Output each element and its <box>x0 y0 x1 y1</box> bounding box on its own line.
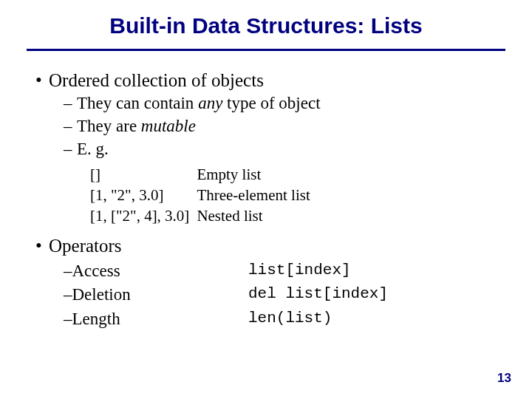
page-number: 13 <box>497 371 511 386</box>
bullet-dot-icon: • <box>35 234 49 257</box>
example-desc: Nested list <box>197 206 317 227</box>
dash-icon: – <box>64 93 77 115</box>
example-desc: Three-element list <box>197 185 317 206</box>
op-code: len(list) <box>248 307 510 332</box>
sub-mutable-pre: They are <box>77 117 141 135</box>
op-label: –Access <box>64 259 248 284</box>
sub-contain-post: type of object <box>222 94 320 112</box>
sub-contain: –They can contain any type of object <box>64 93 510 115</box>
operators-block: –Access list[index] –Deletion del list[i… <box>64 259 510 332</box>
sub-eg-text: E. g. <box>77 140 109 158</box>
sub-contain-pre: They can contain <box>77 94 198 112</box>
op-label: –Deletion <box>64 283 248 307</box>
dash-icon: – <box>64 139 77 160</box>
bullet-dot-icon: • <box>35 69 49 92</box>
examples-table: [] Empty list [1, "2", 3.0] Three-elemen… <box>90 165 318 228</box>
example-desc: Empty list <box>197 165 317 185</box>
bullet-operators: •Operators <box>35 234 510 257</box>
slide-body: •Ordered collection of objects –They can… <box>0 51 532 332</box>
sub-eg: –E. g. <box>64 139 510 160</box>
op-label-text: Access <box>72 262 120 280</box>
op-code: del list[index] <box>248 283 510 307</box>
table-row: –Length len(list) <box>64 307 510 332</box>
examples-block: [] Empty list [1, "2", 3.0] Three-elemen… <box>90 165 510 228</box>
op-label: –Length <box>64 307 248 332</box>
example-code: [1, "2", 3.0] <box>90 185 197 206</box>
bullet-ordered: •Ordered collection of objects <box>35 69 510 92</box>
bullet-ordered-text: Ordered collection of objects <box>49 70 264 90</box>
table-row: –Deletion del list[index] <box>64 283 510 307</box>
table-row: –Access list[index] <box>64 259 510 284</box>
table-row: [1, "2", 3.0] Three-element list <box>90 185 318 206</box>
op-code: list[index] <box>248 259 510 284</box>
op-label-text: Length <box>72 310 120 328</box>
dash-icon: – <box>64 285 72 304</box>
sub-mutable-em: mutable <box>141 117 196 135</box>
table-row: [1, ["2", 4], 3.0] Nested list <box>90 206 318 227</box>
operators-table: –Access list[index] –Deletion del list[i… <box>64 259 510 332</box>
dash-icon: – <box>64 262 72 280</box>
sub-contain-em: any <box>198 94 222 112</box>
slide-title: Built-in Data Structures: Lists <box>0 0 532 44</box>
op-label-text: Deletion <box>72 285 131 304</box>
bullet-operators-text: Operators <box>49 236 122 256</box>
sub-mutable: –They are mutable <box>64 116 510 137</box>
example-code: [] <box>90 165 197 185</box>
dash-icon: – <box>64 310 72 328</box>
example-code: [1, ["2", 4], 3.0] <box>90 206 197 227</box>
table-row: [] Empty list <box>90 165 318 185</box>
dash-icon: – <box>64 116 77 137</box>
slide: Built-in Data Structures: Lists •Ordered… <box>0 0 532 399</box>
